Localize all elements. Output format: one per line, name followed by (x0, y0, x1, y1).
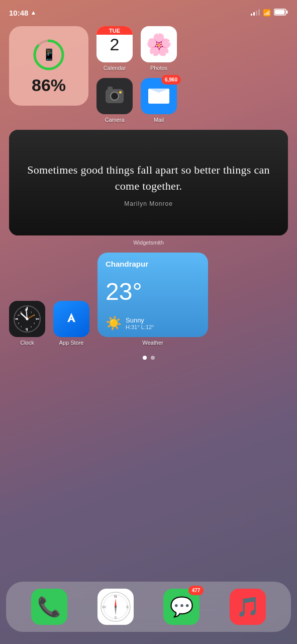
camera-dot-shape (119, 91, 122, 94)
dock: 📞 N S E W 💬 477 🎵 (6, 582, 291, 632)
music-dock-icon[interactable]: 🎵 (230, 589, 266, 625)
quote-text: Sometimes good things fall apart so bett… (22, 162, 275, 194)
mail-badge: 6,960 (161, 75, 181, 85)
status-right: 📶 (251, 9, 288, 17)
page-dots (9, 356, 288, 360)
svg-rect-2 (275, 10, 285, 14)
safari-dock-icon[interactable]: N S E W (97, 589, 134, 625)
clock-face-svg: 12 3 6 9 1 2 4 5 7 8 10 11 (12, 304, 42, 334)
calendar-label: Calendar (104, 65, 126, 71)
appstore-label: App Store (59, 340, 84, 346)
mail-icon[interactable]: 6,960 (141, 78, 177, 114)
messages-dock-icon[interactable]: 💬 477 (163, 589, 200, 625)
svg-text:S: S (114, 615, 117, 620)
photos-icon[interactable]: 🌸 (141, 26, 177, 62)
wifi-icon: 📶 (263, 9, 271, 17)
svg-text:9: 9 (17, 317, 18, 320)
svg-point-25 (26, 318, 29, 320)
weather-label: Weather (142, 340, 163, 346)
weather-high-low: H:31° L:12° (126, 324, 154, 330)
svg-text:N: N (114, 594, 117, 599)
sun-icon: ☀️ (106, 315, 122, 331)
weather-details: Sunny H:31° L:12° (126, 316, 154, 330)
top-icon-row: TUE 2 Calendar 🌸 Photos (96, 26, 177, 71)
photos-label: Photos (150, 65, 167, 71)
clock-label: Clock (20, 340, 34, 346)
quote-author: Marilyn Monroe (124, 200, 173, 207)
appstore-app[interactable]: App Store (53, 301, 89, 346)
camera-body-shape (106, 89, 124, 103)
phone-dock-icon[interactable]: 📞 (31, 589, 67, 625)
appstore-icon[interactable] (53, 301, 89, 337)
battery-status-icon (274, 9, 288, 17)
mail-app[interactable]: 6,960 Mail (141, 78, 177, 123)
battery-percent: 86% (32, 75, 66, 95)
camera-bump-shape (108, 87, 113, 90)
page-dot-2[interactable] (151, 356, 155, 360)
first-app-row: 📱 86% TUE 2 Calendar (9, 22, 288, 123)
weather-temp: 23° (106, 280, 200, 304)
battery-widget[interactable]: 📱 86% (9, 26, 88, 106)
quote-text-area: Sometimes good things fall apart so bett… (9, 130, 288, 235)
weather-app-group: Chandrapur 23° ☀️ Sunny H:31° L:12° Weat… (97, 253, 208, 346)
home-screen: 📱 86% TUE 2 Calendar (0, 22, 297, 360)
mail-envelope-shape (148, 89, 169, 104)
mail-flap-shape (148, 89, 169, 96)
camera-app[interactable]: Camera (96, 78, 133, 123)
svg-text:10: 10 (18, 314, 20, 316)
second-app-row: 12 3 6 9 1 2 4 5 7 8 10 11 (9, 253, 288, 346)
safari-compass-svg: N S E W (100, 591, 131, 622)
appstore-logo (61, 309, 81, 329)
bottom-icon-row: Camera 6,960 Mail (96, 78, 177, 123)
weather-bottom: ☀️ Sunny H:31° L:12° (106, 315, 200, 331)
weather-condition: Sunny (126, 316, 154, 324)
music-icon: 🎵 (236, 596, 260, 618)
clock-app[interactable]: 12 3 6 9 1 2 4 5 7 8 10 11 (9, 301, 45, 346)
svg-text:6: 6 (26, 328, 27, 331)
svg-text:W: W (102, 605, 106, 609)
time-display: 10:48 (9, 9, 28, 17)
battery-phone-icon: 📱 (42, 48, 56, 61)
calendar-app[interactable]: TUE 2 Calendar (96, 26, 133, 71)
status-left: 10:48 ▲ (9, 9, 36, 17)
clock-icon[interactable]: 12 3 6 9 1 2 4 5 7 8 10 11 (9, 301, 45, 337)
phone-icon: 📞 (37, 596, 61, 618)
weather-widget[interactable]: Chandrapur 23° ☀️ Sunny H:31° L:12° (97, 253, 208, 337)
mail-label: Mail (154, 117, 164, 123)
svg-text:E: E (126, 605, 129, 609)
svg-rect-1 (286, 11, 288, 14)
messages-badge: 477 (188, 586, 204, 595)
signal-icon (251, 10, 260, 16)
calendar-icon[interactable]: TUE 2 (96, 26, 133, 62)
svg-text:3: 3 (36, 317, 37, 320)
location-icon: ▲ (30, 9, 36, 16)
page-dot-1[interactable] (143, 356, 147, 360)
widgetsmith-label: Widgetsmith (9, 239, 288, 246)
messages-icon: 💬 (170, 596, 193, 618)
status-bar: 10:48 ▲ 📶 (0, 0, 297, 22)
camera-icon[interactable] (96, 78, 133, 114)
calendar-day: 2 (110, 36, 120, 53)
right-icons-group: TUE 2 Calendar 🌸 Photos (96, 26, 177, 123)
weather-city: Chandrapur (106, 260, 200, 268)
photos-flower-icon: 🌸 (146, 32, 172, 57)
svg-point-34 (115, 606, 117, 608)
battery-circle: 📱 (31, 37, 66, 72)
photos-app[interactable]: 🌸 Photos (141, 26, 177, 71)
camera-label: Camera (105, 117, 124, 123)
camera-lens-shape (110, 92, 119, 101)
calendar-weekday: TUE (96, 26, 133, 35)
quote-widget[interactable]: Sometimes good things fall apart so bett… (9, 130, 288, 235)
